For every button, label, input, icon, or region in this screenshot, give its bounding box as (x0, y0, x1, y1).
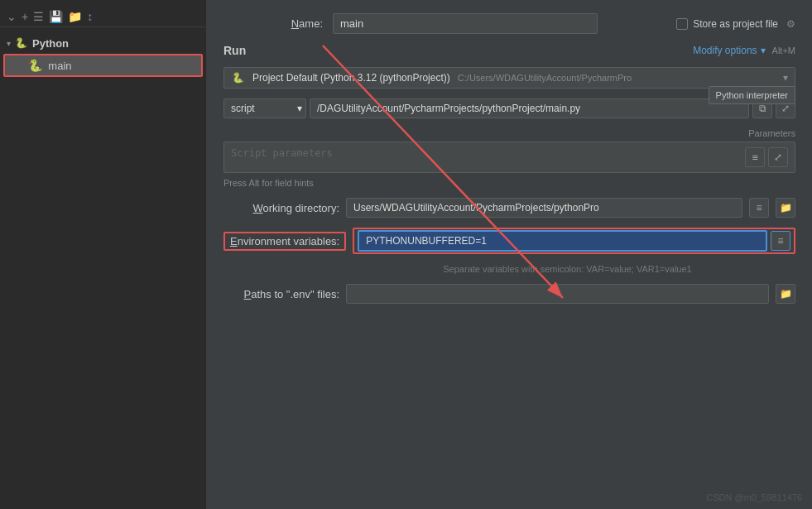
script-type-select[interactable]: script ▾ (223, 98, 306, 118)
main-tree-label: main (48, 60, 71, 72)
working-dir-row: Working directory: Users/WDAGUtilityAcco… (223, 198, 795, 218)
parameters-label: Parameters (748, 128, 795, 138)
script-type-chevron: ▾ (297, 103, 302, 114)
content-area: Name: Store as project file ⚙ Run Modify… (207, 0, 812, 509)
env-files-label: Paths to ".env" files: (223, 288, 339, 300)
python-folder-icon: 🐍 (14, 36, 27, 50)
store-project-label: Store as project file (693, 18, 778, 30)
name-input[interactable] (333, 13, 598, 34)
modify-options-label: Modify options (693, 45, 757, 56)
modify-shortcut: Alt+M (772, 46, 795, 55)
sidebar: ⌄ + ☰ 💾 📁 ↕ ▾ 🐍 Python 🐍 main (0, 0, 207, 509)
add-icon[interactable]: + (22, 10, 28, 23)
collapse-icon[interactable]: ⌄ (7, 10, 17, 23)
run-section-title: Run (223, 44, 246, 57)
store-project-group: Store as project file ⚙ (676, 18, 795, 30)
working-dir-label: Working directory: (223, 202, 339, 214)
script-type-label: script (231, 103, 255, 114)
menu-icon[interactable]: ☰ (33, 10, 44, 23)
env-hint-row: Separate variables with semicolon: VAR=v… (339, 264, 795, 274)
chevron-icon: ▾ (7, 39, 11, 48)
gear-icon[interactable]: ⚙ (786, 18, 795, 30)
params-section: Parameters Script parameters ≡ ⤢ Press A… (223, 128, 795, 188)
params-expand-icon[interactable]: ⤢ (768, 147, 788, 167)
env-files-folder-btn[interactable]: 📁 (776, 284, 795, 304)
sidebar-tree: ▾ 🐍 Python 🐍 main (0, 31, 206, 82)
interp-dropdown-icon: ▾ (783, 72, 788, 84)
env-vars-input[interactable]: PYTHONUNBUFFERED=1 (358, 230, 767, 252)
working-dir-copy-btn[interactable]: ≡ (749, 198, 769, 218)
run-header: Run Modify options ▾ Alt+M (223, 44, 795, 57)
env-vars-label: Environment variables: (223, 232, 346, 251)
params-input[interactable]: Script parameters ≡ ⤢ (223, 142, 795, 173)
main-py-icon: 🐍 (28, 59, 42, 72)
folder-icon[interactable]: 📁 (68, 10, 82, 23)
name-row: Name: Store as project file ⚙ (223, 13, 795, 34)
interp-python-icon: 🐍 (231, 71, 244, 84)
save-icon[interactable]: 💾 (49, 10, 63, 23)
name-field-label: Name: (223, 17, 323, 30)
app-window: ⌄ + ☰ 💾 📁 ↕ ▾ 🐍 Python 🐍 main Name: (0, 0, 812, 509)
sidebar-toolbar: ⌄ + ☰ 💾 📁 ↕ (0, 7, 206, 27)
brand-text: CSDN @m0_59811476 (706, 492, 802, 502)
working-dir-input[interactable]: Users/WDAGUtilityAccount/PycharmProjects… (346, 198, 742, 218)
interpreter-path: C:/Users/WDAGUtilityAccount/PycharmPro (455, 73, 632, 83)
env-vars-row: Environment variables: PYTHONUNBUFFERED=… (223, 228, 795, 254)
python-tree-label: Python (32, 37, 69, 50)
modify-options-link[interactable]: Modify options ▾ (693, 45, 765, 56)
python-interpreter-tooltip: Python interpreter (709, 86, 795, 104)
env-hint-text: Separate variables with semicolon: VAR=v… (443, 264, 691, 274)
store-project-checkbox[interactable] (676, 18, 688, 30)
sidebar-item-python[interactable]: ▾ 🐍 Python (0, 34, 206, 52)
env-files-row: Paths to ".env" files: 📁 (223, 284, 795, 304)
sort-icon[interactable]: ↕ (87, 10, 93, 23)
env-files-input[interactable] (346, 284, 769, 304)
working-dir-folder-btn[interactable]: 📁 (776, 198, 795, 218)
params-placeholder: Script parameters (231, 147, 333, 159)
script-path-input[interactable]: /DAGUtilityAccount/PycharmProjects/pytho… (310, 98, 749, 118)
field-hint-text: Press Alt for field hints (223, 178, 795, 188)
env-vars-list-btn[interactable]: ≡ (771, 231, 790, 251)
interpreter-name: Project Default (Python 3.12 (pythonProj… (252, 72, 450, 84)
sidebar-item-main[interactable]: 🐍 main (3, 54, 203, 77)
chevron-down-icon: ▾ (761, 45, 766, 56)
params-list-icon[interactable]: ≡ (745, 147, 765, 167)
